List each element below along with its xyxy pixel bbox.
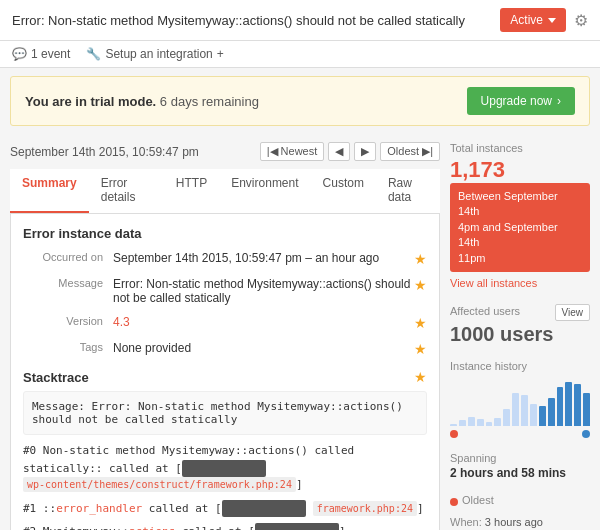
version-value[interactable]: 4.3 [113,315,414,329]
highlight-line2: 4pm and September 14th [458,221,558,248]
chart-bar [557,387,564,426]
tab-summary[interactable]: Summary [10,169,89,213]
header: Error: Non-static method Mysitemyway::ac… [0,0,600,41]
tab-environment[interactable]: Environment [219,169,310,213]
upgrade-button[interactable]: Upgrade now › [467,87,575,115]
affected-users-section: Affected users View 1000 users [450,304,590,346]
chart-bar [530,404,537,426]
chart-bar [583,393,590,426]
next-button[interactable]: ▶ [354,142,376,161]
redact-1 [222,500,306,517]
star-icon-stacktrace[interactable]: ★ [414,369,427,385]
setup-integration-item[interactable]: 🔧 Setup an integration + [86,47,223,61]
stacktrace-item-2: #2 Mysitemyway::actions called at [ ] [23,523,427,530]
chart-dot-oldest [450,430,458,438]
plus-icon: + [217,47,224,61]
total-instances-label: Total instances [450,142,590,154]
stacktrace-item-0: #0 Non-static method Mysitemyway::action… [23,443,427,494]
events-count: 1 event [31,47,70,61]
content-area: Error instance data Occurred on Septembe… [10,214,440,530]
spanning-value: 2 hours and 58 mins [450,466,590,480]
star-icon-version[interactable]: ★ [414,315,427,331]
arrow-right-icon: › [557,94,561,108]
affected-users-label: Affected users [450,305,520,317]
integration-icon: 🔧 [86,47,101,61]
chart-bar [486,422,493,426]
trial-text: You are in trial mode. 6 days remaining [25,94,259,109]
stacktrace-error-text: Message: Error: Non-static method Mysite… [32,400,403,426]
header-actions: Active ⚙ [500,8,588,32]
nav-controls: |◀ Newest ◀ ▶ Oldest ▶| [260,142,440,161]
tags-row: Tags None provided ★ [23,341,427,357]
version-row: Version 4.3 ★ [23,315,427,331]
stacktrace-2-func[interactable]: actions [129,525,175,530]
stacktrace-main-error: Message: Error: Non-static method Mysite… [23,391,427,435]
oldest-label: Oldest [387,145,419,157]
chart-dot-newest [582,430,590,438]
chart-bar [450,424,457,426]
highlight-line1: Between September 14th [458,190,558,217]
instance-history-chart [450,376,590,426]
stacktrace-header: Stacktrace ★ [23,369,427,385]
chevron-down-icon [548,18,556,23]
oldest-dot-row: Oldest [450,494,590,510]
oldest-button[interactable]: Oldest ▶| [380,142,440,161]
chart-bar [574,384,581,426]
star-icon-tags[interactable]: ★ [414,341,427,357]
events-count-item[interactable]: 💬 1 event [12,47,70,61]
tab-custom[interactable]: Custom [311,169,376,213]
newest-button[interactable]: |◀ Newest [260,142,325,161]
chart-bar [565,382,572,426]
upgrade-label: Upgrade now [481,94,552,108]
oldest-dot-icon [450,498,458,506]
oldest-info: When: 3 hours ago Time: 8:57:09 pm Date:… [450,514,590,530]
chart-bar [548,398,555,426]
view-affected-button[interactable]: View [555,304,591,321]
stacktrace-2-text: called at [ [175,525,254,530]
newest-label: Newest [281,145,318,157]
highlight-box: Between September 14th 4pm and September… [450,183,590,272]
when-value: 3 hours ago [485,516,543,528]
stacktrace-item-1: #1 ::error_handler called at [ framework… [23,500,427,518]
tags-value: None provided [113,341,414,355]
sub-header: 💬 1 event 🔧 Setup an integration + [0,41,600,68]
message-value: Error: Non-static method Mysitemyway::ac… [113,277,414,305]
date-navigation: September 14th 2015, 10:59:47 pm |◀ Newe… [10,134,440,169]
tab-http[interactable]: HTTP [164,169,219,213]
main-layout: September 14th 2015, 10:59:47 pm |◀ Newe… [10,134,590,530]
first-icon: |◀ [267,145,278,157]
stacktrace-1-text: called at [ [142,502,221,515]
stacktrace-1-func[interactable]: error_handler [56,502,142,515]
instance-history-label: Instance history [450,360,590,372]
spanning-section: Spanning 2 hours and 58 mins [450,452,590,480]
oldest-label: Oldest [462,494,494,506]
days-remaining: 6 days remaining [160,94,259,109]
gear-button[interactable]: ⚙ [574,11,588,30]
version-label: Version [23,315,113,327]
trial-mode-label: You are in trial mode. [25,94,156,109]
occurred-on-value: September 14th 2015, 10:59:47 pm – an ho… [113,251,414,265]
tabs: Summary Error details HTTP Environment C… [10,169,440,214]
prev-button[interactable]: ◀ [328,142,350,161]
occurred-on-row: Occurred on September 14th 2015, 10:59:4… [23,251,427,267]
last-icon: ▶| [422,145,433,157]
view-all-instances-link[interactable]: View all instances [450,277,537,289]
chart-bar [468,417,475,426]
status-dropdown[interactable]: Active [500,8,566,32]
tab-raw-data[interactable]: Raw data [376,169,440,213]
tab-error-details[interactable]: Error details [89,169,164,213]
chart-bar [512,393,519,426]
gear-icon: ⚙ [574,12,588,29]
star-icon-message[interactable]: ★ [414,277,427,293]
date-text: September 14th 2015, 10:59:47 pm [10,145,199,159]
page-title: Error: Non-static method Mysitemyway::ac… [12,13,500,28]
comment-icon: 💬 [12,47,27,61]
message-label: Message [23,277,113,289]
stacktrace-1-file[interactable]: framework.php:24 [313,501,417,516]
chart-dots [450,430,590,438]
total-instances-section: Total instances 1,173 Between September … [450,142,590,290]
stacktrace-0-file[interactable]: wp-content/themes/construct/framework.ph… [23,477,296,492]
chart-bar [477,419,484,426]
redact-2 [255,523,339,530]
star-icon-occurred[interactable]: ★ [414,251,427,267]
